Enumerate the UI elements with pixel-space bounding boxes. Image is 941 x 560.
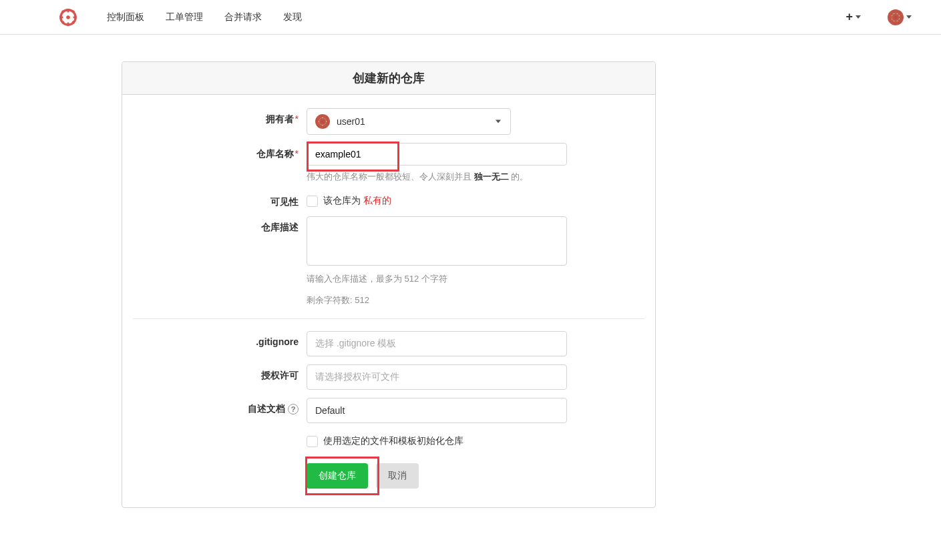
panel-title: 创建新的仓库: [122, 62, 655, 95]
form-body: 拥有者 user01 仓库名称 伟大的仓库名称一般都较短、令人深刻并且 独一无二…: [122, 95, 655, 507]
plus-icon: +: [845, 10, 853, 24]
avatar-icon: [888, 9, 904, 25]
owner-dropdown[interactable]: user01: [307, 108, 511, 135]
user-menu[interactable]: [885, 7, 914, 28]
svg-rect-3: [67, 22, 69, 25]
row-buttons: 创建仓库 取消: [133, 455, 644, 489]
nav-left: 控制面板 工单管理 合并请求 发现: [59, 8, 313, 27]
create-button[interactable]: 创建仓库: [307, 463, 368, 489]
create-menu[interactable]: +: [843, 7, 864, 27]
svg-rect-4: [59, 16, 63, 18]
divider: [133, 318, 644, 319]
row-name: 仓库名称 伟大的仓库名称一般都较短、令人深刻并且 独一无二 的。: [133, 143, 644, 183]
license-label: 授权许可: [133, 364, 307, 382]
row-license: 授权许可 请选择授权许可文件: [133, 364, 644, 390]
svg-rect-5: [73, 16, 77, 18]
help-icon[interactable]: ?: [288, 404, 299, 414]
license-placeholder: 请选择授权许可文件: [315, 371, 399, 383]
name-label: 仓库名称: [133, 143, 307, 160]
svg-point-1: [66, 15, 70, 19]
nav-pulls[interactable]: 合并请求: [214, 11, 272, 23]
cancel-button[interactable]: 取消: [376, 463, 419, 489]
nav-right: +: [843, 7, 914, 28]
readme-dropdown[interactable]: Default: [307, 398, 567, 423]
name-help: 伟大的仓库名称一般都较短、令人深刻并且 独一无二 的。: [307, 171, 567, 183]
init-label: 使用选定的文件和模板初始化仓库: [323, 435, 463, 447]
row-init: 使用选定的文件和模板初始化仓库: [133, 431, 644, 447]
gitignore-label: .gitignore: [133, 331, 307, 347]
row-owner: 拥有者 user01: [133, 108, 644, 135]
row-description: 仓库描述 请输入仓库描述，最多为 512 个字符 剩余字符数: 512: [133, 216, 644, 306]
repo-name-input[interactable]: [307, 143, 567, 166]
nav-explore[interactable]: 发现: [272, 11, 313, 23]
private-label: 该仓库为 私有的: [323, 195, 391, 207]
description-label: 仓库描述: [133, 216, 307, 234]
row-readme: 自述文档? Default: [133, 398, 644, 423]
description-textarea[interactable]: [307, 216, 567, 266]
owner-value: user01: [337, 116, 365, 127]
readme-value: Default: [315, 405, 345, 416]
create-repo-panel: 创建新的仓库 拥有者 user01 仓库名称 伟大的仓库名称一般都较短: [122, 61, 656, 508]
visibility-label: 可见性: [133, 191, 307, 208]
init-checkbox[interactable]: [307, 436, 318, 447]
caret-down-icon: [906, 15, 912, 19]
svg-rect-2: [67, 9, 69, 12]
readme-label: 自述文档?: [133, 398, 307, 415]
row-visibility: 可见性 该仓库为 私有的: [133, 191, 644, 208]
gitignore-dropdown[interactable]: 选择 .gitignore 模板: [307, 331, 567, 356]
logo-icon[interactable]: [59, 8, 77, 27]
description-help: 请输入仓库描述，最多为 512 个字符: [307, 273, 567, 285]
page-container: 创建新的仓库 拥有者 user01 仓库名称 伟大的仓库名称一般都较短: [122, 61, 656, 508]
caret-down-icon: [856, 15, 861, 19]
nav-dashboard[interactable]: 控制面板: [96, 11, 155, 23]
top-nav: 控制面板 工单管理 合并请求 发现 +: [0, 0, 941, 35]
avatar-icon: [315, 114, 330, 129]
private-checkbox[interactable]: [307, 196, 318, 207]
row-gitignore: .gitignore 选择 .gitignore 模板: [133, 331, 644, 356]
license-dropdown[interactable]: 请选择授权许可文件: [307, 364, 567, 390]
gitignore-placeholder: 选择 .gitignore 模板: [315, 338, 396, 350]
chars-left: 剩余字符数: 512: [307, 294, 567, 306]
caret-down-icon: [496, 120, 501, 123]
nav-issues[interactable]: 工单管理: [155, 11, 214, 23]
owner-label: 拥有者: [133, 108, 307, 125]
